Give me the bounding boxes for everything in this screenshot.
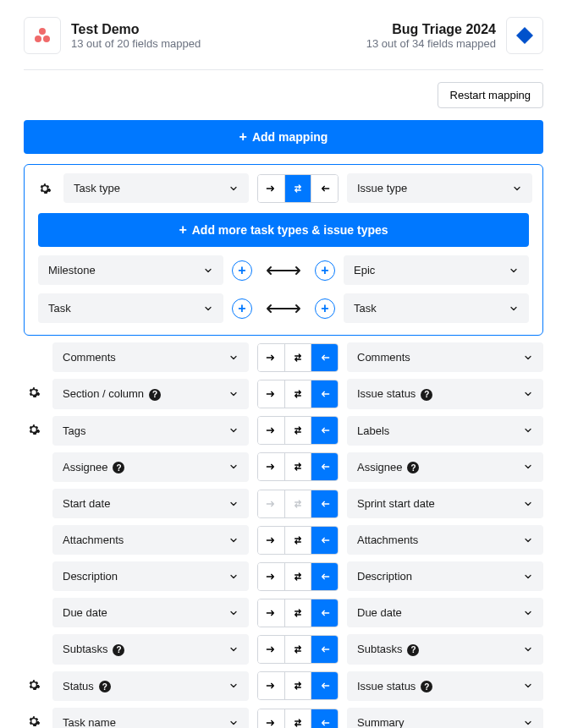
direction-left-button[interactable] (311, 453, 338, 480)
info-icon[interactable]: ? (421, 681, 432, 692)
left-field-select[interactable]: Task name (52, 708, 249, 728)
direction-both-button[interactable] (285, 709, 312, 729)
right-field-select[interactable]: Comments (347, 342, 543, 372)
direction-both-button[interactable] (285, 527, 312, 554)
gear-icon[interactable] (27, 386, 41, 399)
right-field-select[interactable]: Summary (347, 708, 543, 728)
direction-both-button[interactable] (285, 672, 312, 699)
direction-right-button[interactable] (258, 175, 285, 202)
right-field-select[interactable]: Issue type (347, 173, 532, 203)
direction-right-button[interactable] (258, 709, 285, 729)
direction-right-button[interactable] (258, 563, 285, 590)
add-more-types-button[interactable]: + Add more task types & issue types (38, 213, 529, 247)
add-left-type-button[interactable]: + (232, 298, 252, 319)
direction-both-button[interactable] (285, 344, 312, 371)
direction-toggle (257, 416, 339, 445)
info-icon[interactable]: ? (113, 644, 124, 656)
direction-right-button[interactable] (258, 599, 285, 627)
direction-both-button[interactable] (285, 636, 312, 663)
info-icon[interactable]: ? (407, 644, 419, 656)
direction-left-button[interactable] (311, 672, 338, 699)
info-icon[interactable]: ? (421, 389, 432, 401)
left-field-select[interactable]: Due date (52, 598, 249, 627)
direction-right-button[interactable] (258, 453, 285, 480)
direction-both-button[interactable] (285, 417, 312, 444)
chevron-down-icon (228, 718, 239, 728)
left-field-select[interactable]: Start date (52, 489, 249, 518)
add-left-type-button[interactable]: + (232, 260, 252, 281)
right-field-select[interactable]: Labels (347, 416, 543, 446)
direction-left-button[interactable] (311, 380, 338, 408)
restart-mapping-button[interactable]: Restart mapping (438, 82, 543, 108)
direction-left-button[interactable] (311, 175, 338, 202)
gear-icon[interactable] (27, 714, 41, 728)
header-left: Test Demo 13 out of 20 fields mapped (24, 17, 201, 54)
right-field-select[interactable]: Description (347, 561, 543, 591)
chevron-down-icon (228, 681, 239, 691)
add-right-type-button[interactable]: + (315, 298, 335, 319)
direction-left-button[interactable] (311, 709, 338, 729)
left-field-select[interactable]: Status? (52, 671, 249, 702)
right-field-select[interactable]: Due date (347, 598, 543, 627)
gear-icon[interactable] (27, 678, 41, 692)
left-field-select[interactable]: Subtasks? (52, 634, 249, 665)
right-field-select[interactable]: Issue status? (347, 379, 543, 409)
direction-left-button[interactable] (311, 344, 338, 371)
chevron-down-icon (228, 608, 239, 618)
direction-left-button[interactable] (311, 563, 338, 590)
right-field-select[interactable]: Subtasks? (347, 634, 543, 665)
chevron-down-icon (523, 462, 533, 472)
direction-right-button[interactable] (258, 417, 285, 444)
right-field-select[interactable]: Assignee? (347, 452, 543, 483)
info-icon[interactable]: ? (407, 462, 419, 473)
direction-right-button[interactable] (258, 344, 285, 371)
mapping-row: Start date Sprint start date (24, 489, 543, 518)
direction-left-button[interactable] (311, 527, 338, 554)
chevron-down-icon (509, 304, 519, 314)
gear-icon[interactable] (38, 182, 52, 195)
right-field-select[interactable]: Sprint start date (347, 489, 543, 518)
info-icon[interactable]: ? (99, 681, 111, 692)
right-type-select[interactable]: Epic (344, 255, 529, 285)
mapping-row: Section / column? Issue status? (24, 379, 543, 409)
right-project-title: Bug Triage 2024 (366, 22, 496, 37)
left-field-select[interactable]: Comments (52, 342, 249, 372)
direction-right-button[interactable] (258, 672, 285, 699)
left-field-select[interactable]: Section / column? (52, 379, 249, 409)
left-type-select[interactable]: Milestone (38, 255, 223, 285)
direction-left-button[interactable] (311, 417, 338, 444)
left-type-select[interactable]: Task (38, 293, 223, 323)
add-right-type-button[interactable]: + (315, 260, 335, 281)
direction-left-button[interactable] (311, 490, 338, 517)
add-mapping-button[interactable]: + Add mapping (24, 120, 543, 154)
info-icon[interactable]: ? (149, 389, 161, 401)
left-mapping-count: 13 out of 20 fields mapped (71, 37, 201, 50)
direction-both-button[interactable] (285, 599, 312, 627)
left-field-select[interactable]: Description (52, 561, 249, 591)
left-field-select[interactable]: Assignee? (52, 452, 249, 483)
direction-right-button[interactable] (258, 380, 285, 408)
direction-right-button[interactable] (258, 527, 285, 554)
direction-toggle (257, 343, 339, 372)
left-field-select[interactable]: Attachments (52, 525, 249, 555)
jira-icon (506, 17, 543, 54)
right-field-select[interactable]: Issue status? (347, 671, 543, 702)
direction-both-button[interactable] (285, 175, 312, 202)
direction-both-button[interactable] (285, 380, 312, 408)
left-field-select[interactable]: Tags (52, 416, 249, 446)
direction-both-button[interactable] (285, 563, 312, 590)
plus-icon: + (179, 222, 186, 238)
chevron-down-icon (523, 535, 533, 545)
right-type-select[interactable]: Task (344, 293, 529, 323)
gear-icon[interactable] (27, 423, 41, 436)
right-field-select[interactable]: Attachments (347, 525, 543, 555)
mapping-row: Due date Due date (24, 598, 543, 627)
info-icon[interactable]: ? (113, 462, 124, 473)
header-right: Bug Triage 2024 13 out of 34 fields mapp… (366, 17, 543, 54)
direction-left-button[interactable] (311, 599, 338, 627)
direction-left-button[interactable] (311, 636, 338, 663)
direction-right-button[interactable] (258, 636, 285, 663)
left-field-select[interactable]: Task type (63, 173, 249, 203)
direction-toggle (257, 635, 339, 664)
direction-both-button[interactable] (285, 453, 312, 480)
